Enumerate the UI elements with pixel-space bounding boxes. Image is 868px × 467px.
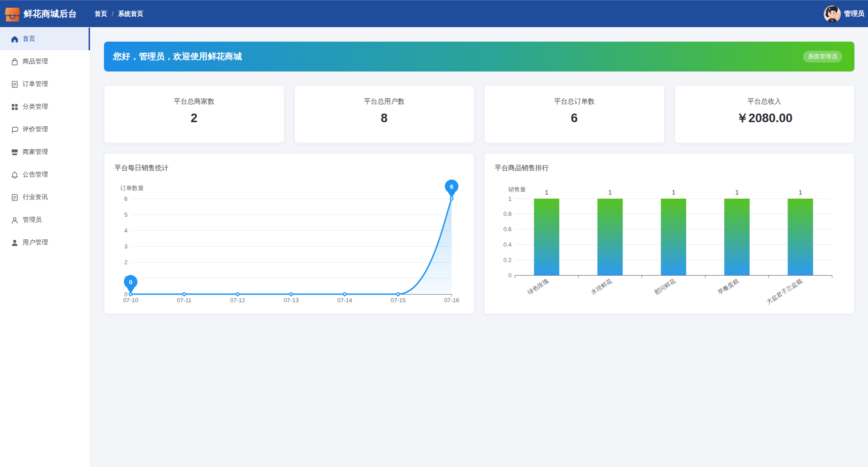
svg-text:绿色玫瑰: 绿色玫瑰 [526, 277, 550, 296]
svg-text:1: 1 [545, 188, 548, 196]
sidebar-item-label: 公告管理 [23, 171, 48, 179]
sidebar-item-label: 用户管理 [23, 238, 48, 247]
stat-label: 平台总用户数 [295, 98, 474, 105]
main-content: 您好，管理员，欢迎使用鲜花商城 系统管理员 平台总商家数2平台总用户数8平台总订… [90, 27, 868, 467]
bell-icon [11, 171, 19, 179]
svg-text:5: 5 [124, 211, 127, 218]
stat-value: ￥2080.00 [675, 112, 854, 124]
stat-card-3: 平台总收入￥2080.00 [675, 85, 855, 143]
svg-text:07-10: 07-10 [123, 297, 138, 304]
sidebar-item-grid[interactable]: 分类管理 [0, 95, 90, 118]
breadcrumb-item-current: 系统首页 [118, 10, 143, 18]
breadcrumb-separator: / [112, 10, 113, 18]
stats-row: 平台总商家数2平台总用户数8平台总订单数6平台总收入￥2080.00 [104, 85, 854, 143]
svg-text:07-16: 07-16 [444, 297, 459, 304]
product-rank-bar-chart: 00.20.40.60.81销售量1绿色玫瑰1水培鲜花1慰问鲜花1早餐蛋糕1大盆… [485, 164, 855, 315]
role-badge[interactable]: 系统管理员 [803, 51, 842, 62]
charts-row: 平台每日销售统计 0123456订单数量07-1007-1107-1207-13… [104, 153, 854, 314]
navbar-user-area: 管理员 [824, 5, 864, 23]
grid-icon [11, 103, 19, 111]
sidebar-item-label: 分类管理 [23, 103, 48, 111]
svg-text:1: 1 [672, 188, 675, 196]
sidebar-item-user-filled[interactable]: 用户管理 [0, 231, 90, 254]
sidebar-item-shop[interactable]: 商家管理 [0, 141, 90, 163]
user-filled-icon [11, 239, 19, 247]
stat-card-0: 平台总商家数2 [104, 85, 284, 143]
sidebar-item-user[interactable]: 管理员 [0, 209, 90, 231]
stat-label: 平台总商家数 [104, 98, 284, 105]
top-navbar: 鲜花商城后台 首页 / 系统首页 [0, 0, 868, 27]
svg-text:07-13: 07-13 [283, 297, 298, 304]
svg-text:0: 0 [129, 279, 132, 286]
sidebar-item-news[interactable]: 行业资讯 [0, 186, 90, 209]
news-icon [11, 194, 19, 201]
svg-text:销售量: 销售量 [508, 186, 526, 193]
svg-text:2: 2 [124, 259, 127, 266]
sidebar: 首页商品管理订单管理分类管理评价管理商家管理公告管理行业资讯管理员用户管理 [0, 27, 90, 467]
svg-text:0.6: 0.6 [503, 226, 511, 233]
sidebar-item-document[interactable]: 订单管理 [0, 73, 90, 95]
stat-value: 6 [485, 112, 664, 124]
svg-text:早餐蛋糕: 早餐蛋糕 [717, 277, 741, 295]
user-avatar[interactable] [824, 5, 841, 23]
svg-text:0.4: 0.4 [503, 241, 511, 248]
sidebar-item-label: 商家管理 [23, 148, 48, 156]
bag-icon [11, 58, 19, 66]
svg-text:订单数量: 订单数量 [120, 185, 144, 191]
daily-sales-chart-card: 平台每日销售统计 0123456订单数量07-1007-1107-1207-13… [104, 153, 474, 314]
svg-text:6: 6 [450, 183, 453, 190]
svg-text:07-12: 07-12 [230, 297, 245, 304]
svg-text:1: 1 [608, 188, 612, 196]
svg-text:6: 6 [124, 195, 127, 202]
user-icon [11, 216, 19, 224]
svg-text:0.8: 0.8 [503, 210, 511, 217]
svg-text:07-14: 07-14 [337, 297, 352, 304]
svg-text:07-11: 07-11 [177, 297, 191, 304]
welcome-banner: 您好，管理员，欢迎使用鲜花商城 系统管理员 [104, 42, 854, 71]
app-logo-icon [5, 7, 20, 22]
sidebar-item-bag[interactable]: 商品管理 [0, 50, 90, 73]
welcome-greeting: 您好，管理员，欢迎使用鲜花商城 [113, 51, 242, 62]
svg-text:1: 1 [798, 188, 802, 196]
stat-value: 2 [104, 112, 284, 124]
svg-text:07-15: 07-15 [391, 297, 406, 304]
sidebar-item-label: 首页 [23, 35, 35, 43]
svg-text:水培鲜花: 水培鲜花 [590, 277, 613, 296]
svg-text:1: 1 [508, 195, 511, 202]
svg-text:0: 0 [508, 272, 511, 279]
sidebar-item-chat[interactable]: 评价管理 [0, 118, 90, 141]
sidebar-item-label: 行业资讯 [23, 193, 48, 201]
stat-card-1: 平台总用户数8 [294, 85, 475, 143]
app-title: 鲜花商城后台 [24, 8, 77, 20]
shop-icon [11, 148, 19, 156]
svg-text:慰问鲜花: 慰问鲜花 [653, 277, 677, 296]
svg-text:4: 4 [124, 227, 127, 234]
daily-sales-line-chart: 0123456订单数量07-1007-1107-1207-1307-1407-1… [104, 164, 475, 315]
svg-text:0.2: 0.2 [503, 257, 511, 263]
breadcrumb: 首页 / 系统首页 [94, 0, 143, 28]
svg-text:大盆君子兰盆栽: 大盆君子兰盆栽 [765, 277, 803, 305]
sidebar-item-label: 商品管理 [23, 57, 48, 66]
svg-text:3: 3 [124, 243, 127, 250]
product-rank-chart-card: 平台商品销售排行 00.20.40.60.81销售量1绿色玫瑰1水培鲜花1慰问鲜… [484, 153, 854, 314]
sidebar-item-label: 管理员 [23, 216, 42, 224]
sidebar-item-label: 订单管理 [23, 80, 48, 88]
username: 管理员 [844, 10, 864, 18]
stat-label: 平台总订单数 [485, 98, 664, 105]
svg-text:1: 1 [735, 188, 739, 196]
stat-value: 8 [295, 112, 474, 124]
sidebar-item-home[interactable]: 首页 [0, 28, 90, 50]
sidebar-item-label: 评价管理 [23, 125, 48, 133]
chat-icon [11, 126, 19, 133]
document-icon [11, 81, 19, 88]
stat-card-2: 平台总订单数6 [484, 85, 665, 143]
sidebar-item-bell[interactable]: 公告管理 [0, 163, 90, 186]
breadcrumb-item-home[interactable]: 首页 [94, 10, 107, 18]
stat-label: 平台总收入 [675, 98, 854, 105]
sidebar-menu: 首页商品管理订单管理分类管理评价管理商家管理公告管理行业资讯管理员用户管理 [0, 28, 90, 254]
home-icon [11, 35, 19, 43]
